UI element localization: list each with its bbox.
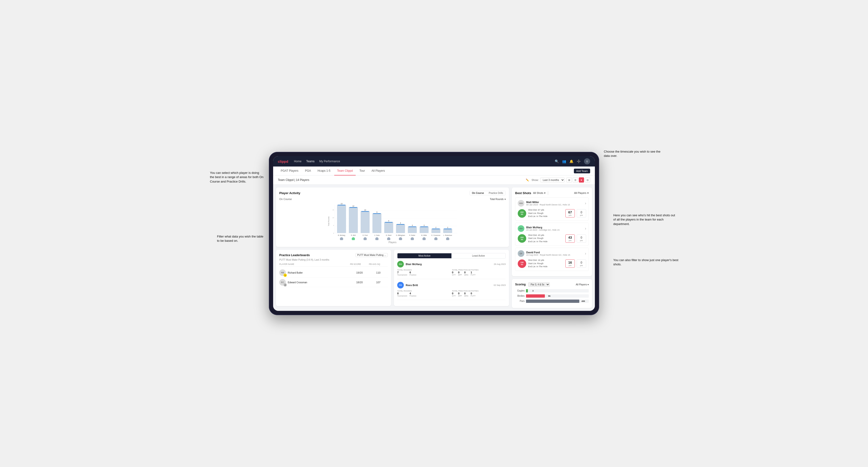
active-player-name-2: Rees Britt — [406, 284, 418, 286]
carry-metric-2: 0 yds — [577, 235, 586, 243]
active-player-item-2: RB Rees Britt 02 Sep 2023 Total Rounds — [397, 282, 506, 300]
nav-teams[interactable]: Teams — [306, 160, 314, 163]
svg-rect-14 — [349, 207, 357, 208]
tablet-screen: clippd Home Teams My Performance 🔍 👥 🔔 ➕… — [273, 156, 595, 311]
lb-avatar-1: RB 1 — [279, 269, 286, 276]
most-active-tab[interactable]: Most Active — [398, 253, 452, 258]
filter-icon[interactable]: ⊟ — [585, 177, 590, 183]
card-view-icon[interactable]: ♥ — [579, 177, 584, 183]
lb-score-2: 18/20 — [350, 281, 369, 284]
lb-avg-1: 110 — [369, 271, 388, 274]
bar-chart: Total Rounds 0 5 10 15 — [279, 203, 506, 240]
svg-point-53 — [375, 237, 379, 240]
nav-my-performance[interactable]: My Performance — [319, 160, 340, 163]
svg-point-55 — [399, 237, 402, 240]
grid-view-icon[interactable]: ⊞ — [566, 177, 572, 183]
svg-point-56 — [411, 237, 414, 240]
shot-player-info-1: MM Matt Miller 09 Jan 2023 · Royal North… — [518, 200, 570, 207]
svg-text:J. Coles: J. Coles — [374, 235, 380, 236]
stat-practice-2: 4 Practice — [409, 292, 416, 297]
nav-team-clippd[interactable]: Team Clippd — [334, 166, 356, 176]
eagles-bar-row: Eagles 3 — [515, 289, 589, 292]
svg-text:15: 15 — [332, 209, 334, 211]
user-avatar[interactable]: U — [584, 158, 590, 164]
svg-point-59 — [446, 237, 450, 240]
eagles-label: Eagles — [515, 289, 525, 292]
main-content: Player Activity On Course Practice Drill… — [273, 185, 595, 311]
shot-chevron-2[interactable]: › — [585, 226, 586, 231]
shot-chevron-3[interactable]: › — [585, 251, 586, 256]
logo: clippd — [278, 159, 288, 163]
least-active-tab[interactable]: Least Active — [452, 253, 505, 258]
nav-tour[interactable]: Tour — [356, 166, 368, 176]
stat-tournament-2: 8 Tournament — [397, 292, 407, 297]
nav-all-players[interactable]: All Players — [369, 166, 388, 176]
shot-chevron-1[interactable]: › — [585, 201, 586, 206]
list-view-icon[interactable]: ☰ — [573, 177, 578, 183]
shot-avatar-2: BM — [518, 225, 524, 232]
annotation-player-select: You can select which player is doing the… — [210, 171, 264, 184]
svg-rect-19 — [372, 213, 381, 233]
users-icon[interactable]: 👥 — [562, 159, 566, 163]
shot-info-3: Shot Dist: 16 yds Start Lie: Rough End L… — [528, 259, 563, 269]
shot-course-1: 09 Jan 2023 · Royal North Devon GC, Hole… — [526, 204, 570, 206]
players-axis-label: Players — [279, 241, 506, 244]
leaderboard-filter[interactable]: PUTT Must Make Putting ... — [355, 253, 388, 257]
search-icon[interactable]: 🔍 — [555, 159, 559, 163]
annotation-filter: Filter what data you wish the table to b… — [217, 235, 267, 243]
tablet-frame: clippd Home Teams My Performance 🔍 👥 🔔 ➕… — [269, 152, 599, 315]
shot-player-info-2: BM Blair McHarg 23 Jul 2023 · Ashridge G… — [518, 225, 559, 232]
stat-arg-1: 0 ARG — [464, 271, 468, 276]
nav-hcaps[interactable]: Hcaps 1-5 — [315, 166, 333, 176]
nav-pgat-players[interactable]: PGAT Players — [278, 166, 301, 176]
edit-icon[interactable]: ✏️ — [526, 179, 529, 182]
bell-icon[interactable]: 🔔 — [569, 159, 574, 163]
svg-rect-16 — [361, 211, 370, 233]
shot-metrics-2: 43 yds 0 yds — [565, 235, 586, 243]
svg-text:D. Ford: D. Ford — [363, 235, 368, 236]
pars-fill: 499 — [526, 300, 579, 303]
shot-info-1: Shot Dist: 67 yds Start Lie: Rough End L… — [528, 209, 563, 218]
scoring-filter[interactable]: Par 3, 4 & 5s — [528, 282, 550, 287]
chart-dropdown[interactable]: Total Rounds ▾ — [490, 198, 506, 200]
shot-details-2: 200 SG Shot Dist: 43 yds Start Lie: Roug… — [518, 234, 586, 243]
svg-rect-11 — [338, 205, 345, 206]
on-course-tab[interactable]: On Course — [470, 191, 486, 195]
lb-table-header: Player Name PB Score PB Avg SQ — [279, 263, 388, 267]
pars-bar-row: Pars 499 — [515, 300, 589, 303]
shot-player-header-2: BM Blair McHarg 23 Jul 2023 · Ashridge G… — [518, 225, 586, 232]
stat-group-rounds-1: Total Rounds 7 Tournament 6 — [397, 269, 451, 276]
shot-details-1: 200 SG Shot Dist: 67 yds Start Lie: Roug… — [518, 209, 586, 218]
nav-pga[interactable]: PGA — [302, 166, 314, 176]
svg-point-54 — [387, 237, 390, 240]
add-team-button[interactable]: Add Team — [574, 168, 590, 173]
all-players-filter[interactable]: All Players ▾ — [574, 191, 589, 195]
svg-text:R. Butler: R. Butler — [409, 235, 415, 236]
stat-group-activities-2: Total Practice Activities 0 GTT 0 — [452, 290, 506, 297]
player-activity-header: Player Activity On Course Practice Drill… — [279, 191, 506, 195]
nav-home[interactable]: Home — [294, 160, 302, 163]
shot-badge-1: 200 SG — [518, 209, 526, 218]
practice-drills-tab[interactable]: Practice Drills — [486, 191, 505, 195]
right-column: Best Shots All Shots ▾ | All Players ▾ — [512, 187, 592, 308]
svg-text:2: 2 — [447, 227, 448, 228]
shot-item-2: BM Blair McHarg 23 Jul 2023 · Ashridge G… — [515, 223, 589, 246]
active-player-header-1: BM Blair McHarg 26 Aug 2023 — [397, 261, 506, 268]
lb-avg-2: 107 — [369, 281, 388, 284]
svg-text:4: 4 — [400, 222, 401, 224]
lb-player-1: RB 1 Richard Butler — [279, 269, 350, 276]
all-shots-filter[interactable]: All Shots ▾ — [533, 191, 546, 195]
svg-text:12: 12 — [352, 205, 354, 207]
shot-info-2: Shot Dist: 43 yds Start Lie: Rough End L… — [528, 234, 563, 243]
svg-rect-13 — [349, 207, 358, 233]
active-player-item: BM Blair McHarg 26 Aug 2023 Total Rounds — [397, 261, 506, 279]
plus-circle-icon[interactable]: ➕ — [577, 159, 581, 163]
birdies-track: 96 — [526, 294, 589, 298]
scoring-players-filter[interactable]: All Players ▾ — [576, 283, 589, 286]
stat-gtt-1: 0 GTT — [452, 271, 456, 276]
svg-text:2: 2 — [435, 227, 436, 228]
timescale-select[interactable]: Last 3 months — [540, 178, 565, 182]
lb-avatar-2: EC 2 — [279, 279, 286, 286]
leaderboard-header: Practice Leaderboards PUTT Must Make Put… — [279, 253, 388, 257]
svg-point-51 — [352, 237, 355, 240]
